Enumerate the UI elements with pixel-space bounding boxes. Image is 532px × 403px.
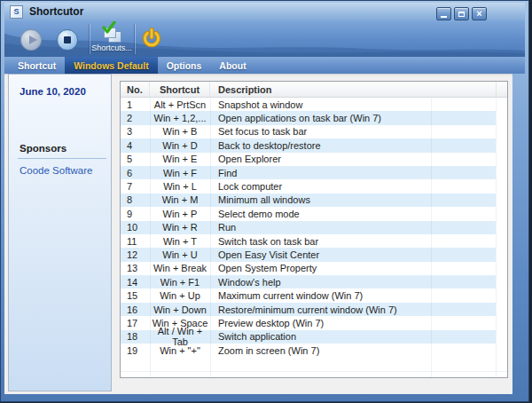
table-cell: Win + Break: [150, 263, 210, 273]
table-row[interactable]: 8Win + MMinimum all windows: [121, 194, 507, 207]
table-cell: 8: [121, 194, 150, 205]
window-title: Shortcutor: [29, 5, 83, 18]
table-cell: Win + U: [150, 249, 210, 260]
shortcut-table: No. Shortcut Description 1Alt + PrtScnSn…: [120, 81, 508, 378]
table-row[interactable]: 5Win + EOpen Explorer: [121, 153, 507, 166]
close-button[interactable]: ×: [472, 7, 487, 20]
table-cell: Win + M: [150, 194, 210, 205]
shortcuts-button-label: Shortcuts...: [91, 43, 132, 52]
toolbar-separator: [89, 24, 90, 54]
table-cell: Win + T: [150, 236, 210, 247]
table-cell: Win + E: [150, 154, 210, 164]
table-cell: Back to desktop/restore: [210, 140, 431, 151]
table-cell: Switch application: [210, 331, 431, 342]
table-row[interactable]: 9Win + PSelect demo mode: [121, 207, 507, 220]
table-cell: Win + R: [150, 222, 210, 233]
column-header-shortcut[interactable]: Shortcut: [150, 82, 210, 97]
table-row[interactable]: 4Win + DBack to desktop/restore: [121, 138, 507, 152]
table-row[interactable]: 18Alt / Win + TabSwitch application: [121, 330, 507, 344]
table-cell: Zoom in screen (Win 7): [210, 345, 431, 356]
table-cell: 9: [121, 209, 150, 219]
table-cell: 10: [121, 222, 150, 233]
column-header-description[interactable]: Description: [210, 82, 431, 97]
table-cell: Win + Up: [150, 290, 210, 301]
table-cell: Window's help: [210, 277, 431, 288]
table-empty-row: [121, 372, 507, 377]
power-button[interactable]: [139, 27, 164, 50]
table-cell: Win + D: [150, 140, 210, 151]
table-row[interactable]: 10Win + RRun: [121, 221, 507, 234]
sidebar: June 10, 2020 Sponsors Coode Software: [8, 74, 112, 391]
tab-windows-default[interactable]: Windows Default: [65, 57, 158, 74]
column-header-empty: [431, 82, 497, 97]
tab-bar: Shortcut Windows Default Options About: [4, 57, 525, 74]
table-row[interactable]: 15Win + UpMaximum current window (Win 7): [121, 288, 507, 302]
table-cell: 4: [121, 140, 150, 151]
table-cell: Win + B: [150, 126, 210, 137]
table-row[interactable]: 16Win + DownRestore/minimum current wind…: [121, 303, 507, 316]
maximize-button[interactable]: [454, 7, 469, 20]
table-cell: Lock computer: [210, 181, 431, 192]
toolbar: Shortcuts...: [4, 20, 525, 57]
table-cell: 19: [121, 345, 150, 356]
table-row[interactable]: 13Win + BreakOpen System Property: [121, 262, 507, 275]
app-icon: S: [10, 5, 23, 19]
window-controls: ×: [436, 7, 487, 20]
app-window: S Shortcutor × Shortcuts...: [0, 0, 529, 402]
table-cell: 1: [121, 99, 150, 110]
table-cell: Snapshot a window: [210, 99, 431, 110]
table-cell: Open Explorer: [210, 154, 431, 164]
table-cell: 15: [121, 290, 150, 301]
table-row[interactable]: 7Win + LLock computer: [121, 179, 507, 193]
close-icon: ×: [476, 9, 481, 19]
column-header-no[interactable]: No.: [121, 82, 150, 97]
table-cell: Restore/minimum current window (Win 7): [210, 304, 431, 315]
stop-button[interactable]: [57, 29, 78, 51]
content-area: June 10, 2020 Sponsors Coode Software No…: [4, 74, 512, 394]
table-empty-row: [121, 357, 507, 371]
table-row[interactable]: 2Win + 1,2,...Open applications on task …: [121, 111, 507, 124]
table-cell: Run: [210, 222, 431, 233]
table-row[interactable]: 3Win + BSet focus to task bar: [121, 125, 507, 138]
screenshot-stage: S Shortcutor × Shortcuts...: [0, 0, 532, 403]
table-cell: Switch task on task bar: [210, 236, 431, 247]
toolbar-wave-decoration: [4, 20, 525, 57]
table-row[interactable]: 6Win + FFind: [121, 166, 507, 179]
sidebar-date: June 10, 2020: [20, 86, 111, 97]
table-row[interactable]: 12Win + UOpen Easy Visit Center: [121, 248, 507, 261]
minimize-icon: [441, 16, 447, 18]
table-cell: Maximum current window (Win 7): [210, 290, 431, 301]
sponsor-link[interactable]: Coode Software: [20, 165, 111, 176]
power-icon: [141, 28, 162, 49]
table-cell: Alt + PrtScn: [150, 99, 210, 110]
table-header: No. Shortcut Description: [121, 82, 507, 98]
maximize-icon: [458, 12, 465, 17]
table-cell: Win + F1: [150, 277, 210, 288]
shortcuts-check-window-icon: [101, 24, 122, 43]
table-row[interactable]: 14Win + F1Window's help: [121, 275, 507, 288]
table-cell: 18: [121, 331, 150, 342]
toolbar-separator: [134, 24, 135, 54]
tab-options[interactable]: Options: [158, 57, 211, 74]
table-cell: Select demo mode: [210, 209, 431, 219]
shortcuts-button[interactable]: Shortcuts...: [92, 22, 131, 55]
tab-about[interactable]: About: [210, 57, 254, 74]
column-header-empty: [497, 82, 507, 97]
table-cell: Find: [210, 168, 431, 178]
play-button[interactable]: [20, 29, 42, 51]
minimize-button[interactable]: [436, 7, 451, 20]
table-cell: Open System Property: [210, 263, 431, 273]
table-cell: Win + 1,2,...: [150, 113, 210, 123]
table-row[interactable]: 1Alt + PrtScnSnapshot a window: [121, 98, 507, 111]
table-cell: 6: [121, 168, 150, 178]
stop-icon: [57, 29, 78, 51]
tab-shortcut[interactable]: Shortcut: [9, 57, 65, 74]
table-body: 1Alt + PrtScnSnapshot a window2Win + 1,2…: [121, 98, 507, 377]
table-cell: Preview desktop (Win 7): [210, 318, 431, 328]
table-cell: Minimum all windows: [210, 194, 431, 205]
table-cell: Open applications on task bar (Win 7): [210, 113, 431, 123]
table-cell: 13: [121, 263, 150, 273]
table-row[interactable]: 19Win + "+"Zoom in screen (Win 7): [121, 344, 507, 357]
table-row[interactable]: 11Win + TSwitch task on task bar: [121, 234, 507, 248]
table-cell: 17: [121, 318, 150, 328]
